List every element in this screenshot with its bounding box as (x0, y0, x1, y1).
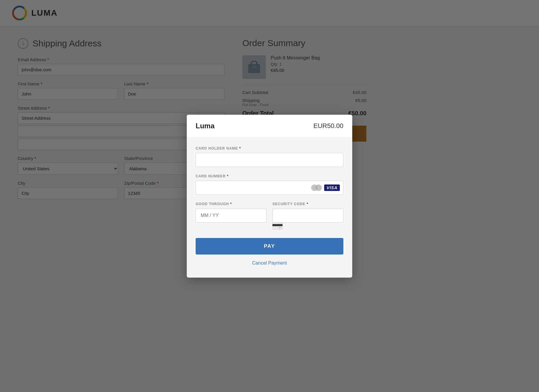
modal-header: Luma EUR50.00 (187, 115, 352, 137)
security-input-wrapper (272, 208, 343, 231)
modal-title: Luma (196, 122, 215, 130)
security-code-field: SECURITY CODE * (272, 202, 343, 231)
good-through-field: GOOD THROUGH * (196, 202, 267, 231)
card-icons: VISA (311, 184, 340, 191)
card-holder-field: CARD HOLDER NAME * (196, 146, 343, 167)
card-number-wrapper: VISA (196, 181, 343, 195)
payment-modal: Luma EUR50.00 CARD HOLDER NAME * CARD NU… (187, 115, 352, 278)
cancel-payment-link[interactable]: Cancel Payment (196, 260, 343, 266)
modal-overlay[interactable]: Luma EUR50.00 CARD HOLDER NAME * CARD NU… (0, 0, 539, 392)
security-code-input[interactable] (272, 208, 343, 223)
good-through-label: GOOD THROUGH * (196, 202, 267, 206)
modal-body: CARD HOLDER NAME * CARD NUMBER * (187, 137, 352, 278)
good-through-input[interactable] (196, 208, 267, 223)
svg-rect-7 (272, 224, 283, 226)
mastercard-icon (311, 184, 322, 191)
pay-button[interactable]: PAY (196, 238, 343, 255)
card-number-label: CARD NUMBER * (196, 174, 343, 178)
expiry-security-row: GOOD THROUGH * SECURITY CODE * (196, 202, 343, 231)
security-code-label: SECURITY CODE * (272, 202, 343, 206)
modal-amount: EUR50.00 (313, 122, 343, 130)
cvv-icon (272, 223, 283, 230)
mc-right-circle (315, 184, 322, 191)
visa-icon: VISA (324, 184, 340, 191)
card-number-field: CARD NUMBER * VISA (196, 174, 343, 195)
card-holder-label: CARD HOLDER NAME * (196, 146, 343, 150)
card-holder-input[interactable] (196, 153, 343, 167)
